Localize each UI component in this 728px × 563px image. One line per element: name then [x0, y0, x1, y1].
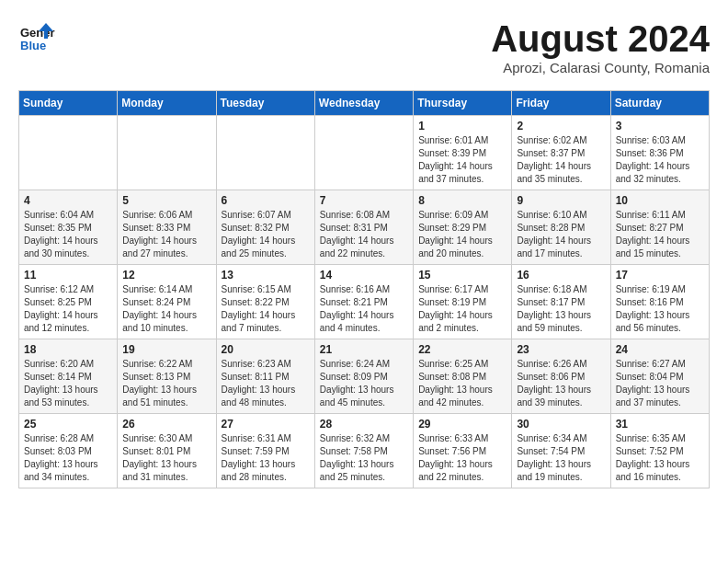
calendar-cell: 26Sunrise: 6:30 AM Sunset: 8:01 PM Dayli… — [118, 414, 216, 488]
day-info: Sunrise: 6:25 AM Sunset: 8:08 PM Dayligh… — [418, 358, 506, 409]
day-info: Sunrise: 6:33 AM Sunset: 7:56 PM Dayligh… — [418, 432, 506, 484]
day-info: Sunrise: 6:35 AM Sunset: 7:52 PM Dayligh… — [616, 432, 704, 484]
calendar-cell — [314, 116, 413, 190]
day-info: Sunrise: 6:20 AM Sunset: 8:14 PM Dayligh… — [24, 358, 112, 409]
day-info: Sunrise: 6:03 AM Sunset: 8:36 PM Dayligh… — [616, 134, 704, 186]
day-info: Sunrise: 6:32 AM Sunset: 7:58 PM Dayligh… — [320, 432, 408, 484]
calendar-cell: 25Sunrise: 6:28 AM Sunset: 8:03 PM Dayli… — [19, 414, 118, 488]
day-info: Sunrise: 6:01 AM Sunset: 8:39 PM Dayligh… — [418, 134, 506, 186]
day-info: Sunrise: 6:31 AM Sunset: 7:59 PM Dayligh… — [222, 432, 310, 484]
day-number: 22 — [418, 343, 506, 356]
calendar-cell: 9Sunrise: 6:10 AM Sunset: 8:28 PM Daylig… — [512, 190, 610, 265]
weekday-header-row: SundayMondayTuesdayWednesdayThursdayFrid… — [19, 91, 710, 116]
day-info: Sunrise: 6:18 AM Sunset: 8:17 PM Dayligh… — [517, 283, 605, 335]
calendar-cell: 30Sunrise: 6:34 AM Sunset: 7:54 PM Dayli… — [512, 414, 610, 488]
calendar-cell: 14Sunrise: 6:16 AM Sunset: 8:21 PM Dayli… — [314, 265, 413, 339]
day-number: 2 — [517, 120, 605, 132]
calendar-cell: 11Sunrise: 6:12 AM Sunset: 8:25 PM Dayli… — [19, 265, 118, 339]
day-number: 28 — [320, 418, 408, 431]
day-number: 30 — [517, 418, 605, 431]
day-number: 24 — [616, 343, 704, 356]
day-info: Sunrise: 6:07 AM Sunset: 8:32 PM Dayligh… — [222, 209, 310, 260]
calendar-cell: 24Sunrise: 6:27 AM Sunset: 8:04 PM Dayli… — [610, 339, 709, 414]
weekday-header-wednesday: Wednesday — [314, 91, 413, 116]
svg-text:Blue: Blue — [20, 39, 46, 52]
weekday-header-tuesday: Tuesday — [216, 91, 314, 116]
calendar-cell — [216, 116, 314, 190]
day-number: 14 — [320, 269, 408, 282]
day-info: Sunrise: 6:26 AM Sunset: 8:06 PM Dayligh… — [517, 358, 605, 409]
page-header: General Blue August 2024 Aprozi, Calaras… — [18, 18, 710, 75]
calendar-subtitle: Aprozi, Calarasi County, Romania — [491, 60, 710, 75]
calendar-cell: 7Sunrise: 6:08 AM Sunset: 8:31 PM Daylig… — [314, 190, 413, 265]
weekday-header-sunday: Sunday — [19, 91, 118, 116]
day-info: Sunrise: 6:28 AM Sunset: 8:03 PM Dayligh… — [24, 432, 112, 484]
weekday-header-friday: Friday — [512, 91, 610, 116]
calendar-cell: 12Sunrise: 6:14 AM Sunset: 8:24 PM Dayli… — [118, 265, 216, 339]
day-info: Sunrise: 6:15 AM Sunset: 8:22 PM Dayligh… — [222, 283, 310, 335]
day-number: 8 — [418, 194, 506, 207]
calendar-table: SundayMondayTuesdayWednesdayThursdayFrid… — [18, 90, 710, 488]
day-number: 20 — [222, 343, 310, 356]
day-info: Sunrise: 6:06 AM Sunset: 8:33 PM Dayligh… — [122, 209, 210, 260]
day-number: 1 — [418, 120, 506, 132]
day-info: Sunrise: 6:19 AM Sunset: 8:16 PM Dayligh… — [616, 283, 704, 335]
calendar-cell: 20Sunrise: 6:23 AM Sunset: 8:11 PM Dayli… — [216, 339, 314, 414]
day-info: Sunrise: 6:24 AM Sunset: 8:09 PM Dayligh… — [320, 358, 408, 409]
calendar-week-1: 1Sunrise: 6:01 AM Sunset: 8:39 PM Daylig… — [19, 116, 710, 190]
weekday-header-monday: Monday — [118, 91, 216, 116]
calendar-cell — [19, 116, 118, 190]
calendar-cell: 8Sunrise: 6:09 AM Sunset: 8:29 PM Daylig… — [414, 190, 512, 265]
day-info: Sunrise: 6:04 AM Sunset: 8:35 PM Dayligh… — [24, 209, 112, 260]
calendar-cell: 1Sunrise: 6:01 AM Sunset: 8:39 PM Daylig… — [414, 116, 512, 190]
day-info: Sunrise: 6:17 AM Sunset: 8:19 PM Dayligh… — [418, 283, 506, 335]
calendar-cell: 28Sunrise: 6:32 AM Sunset: 7:58 PM Dayli… — [314, 414, 413, 488]
day-number: 16 — [517, 269, 605, 282]
logo: General Blue — [18, 18, 59, 55]
calendar-cell: 19Sunrise: 6:22 AM Sunset: 8:13 PM Dayli… — [118, 339, 216, 414]
calendar-cell: 6Sunrise: 6:07 AM Sunset: 8:32 PM Daylig… — [216, 190, 314, 265]
calendar-cell: 31Sunrise: 6:35 AM Sunset: 7:52 PM Dayli… — [610, 414, 709, 488]
day-info: Sunrise: 6:16 AM Sunset: 8:21 PM Dayligh… — [320, 283, 408, 335]
day-number: 17 — [616, 269, 704, 282]
calendar-cell: 27Sunrise: 6:31 AM Sunset: 7:59 PM Dayli… — [216, 414, 314, 488]
title-section: August 2024 Aprozi, Calarasi County, Rom… — [491, 18, 710, 75]
calendar-cell: 13Sunrise: 6:15 AM Sunset: 8:22 PM Dayli… — [216, 265, 314, 339]
day-info: Sunrise: 6:27 AM Sunset: 8:04 PM Dayligh… — [616, 358, 704, 409]
calendar-cell: 3Sunrise: 6:03 AM Sunset: 8:36 PM Daylig… — [610, 116, 709, 190]
day-number: 5 — [122, 194, 210, 207]
day-number: 6 — [222, 194, 310, 207]
day-number: 15 — [418, 269, 506, 282]
calendar-cell: 5Sunrise: 6:06 AM Sunset: 8:33 PM Daylig… — [118, 190, 216, 265]
day-number: 18 — [24, 343, 112, 356]
calendar-cell: 22Sunrise: 6:25 AM Sunset: 8:08 PM Dayli… — [414, 339, 512, 414]
day-info: Sunrise: 6:14 AM Sunset: 8:24 PM Dayligh… — [122, 283, 210, 335]
calendar-cell: 23Sunrise: 6:26 AM Sunset: 8:06 PM Dayli… — [512, 339, 610, 414]
day-number: 29 — [418, 418, 506, 431]
day-number: 10 — [616, 194, 704, 207]
day-info: Sunrise: 6:34 AM Sunset: 7:54 PM Dayligh… — [517, 432, 605, 484]
day-number: 3 — [616, 120, 704, 132]
day-info: Sunrise: 6:12 AM Sunset: 8:25 PM Dayligh… — [24, 283, 112, 335]
calendar-cell: 15Sunrise: 6:17 AM Sunset: 8:19 PM Dayli… — [414, 265, 512, 339]
day-info: Sunrise: 6:11 AM Sunset: 8:27 PM Dayligh… — [616, 209, 704, 260]
calendar-cell: 10Sunrise: 6:11 AM Sunset: 8:27 PM Dayli… — [610, 190, 709, 265]
day-number: 9 — [517, 194, 605, 207]
calendar-cell: 4Sunrise: 6:04 AM Sunset: 8:35 PM Daylig… — [19, 190, 118, 265]
calendar-week-4: 18Sunrise: 6:20 AM Sunset: 8:14 PM Dayli… — [19, 339, 710, 414]
day-info: Sunrise: 6:23 AM Sunset: 8:11 PM Dayligh… — [222, 358, 310, 409]
day-info: Sunrise: 6:08 AM Sunset: 8:31 PM Dayligh… — [320, 209, 408, 260]
calendar-cell: 21Sunrise: 6:24 AM Sunset: 8:09 PM Dayli… — [314, 339, 413, 414]
day-number: 11 — [24, 269, 112, 282]
day-number: 7 — [320, 194, 408, 207]
calendar-week-3: 11Sunrise: 6:12 AM Sunset: 8:25 PM Dayli… — [19, 265, 710, 339]
day-info: Sunrise: 6:09 AM Sunset: 8:29 PM Dayligh… — [418, 209, 506, 260]
day-number: 13 — [222, 269, 310, 282]
day-number: 26 — [122, 418, 210, 431]
calendar-week-2: 4Sunrise: 6:04 AM Sunset: 8:35 PM Daylig… — [19, 190, 710, 265]
weekday-header-saturday: Saturday — [610, 91, 709, 116]
calendar-cell: 18Sunrise: 6:20 AM Sunset: 8:14 PM Dayli… — [19, 339, 118, 414]
calendar-body: 1Sunrise: 6:01 AM Sunset: 8:39 PM Daylig… — [19, 116, 710, 488]
day-number: 4 — [24, 194, 112, 207]
calendar-cell — [118, 116, 216, 190]
